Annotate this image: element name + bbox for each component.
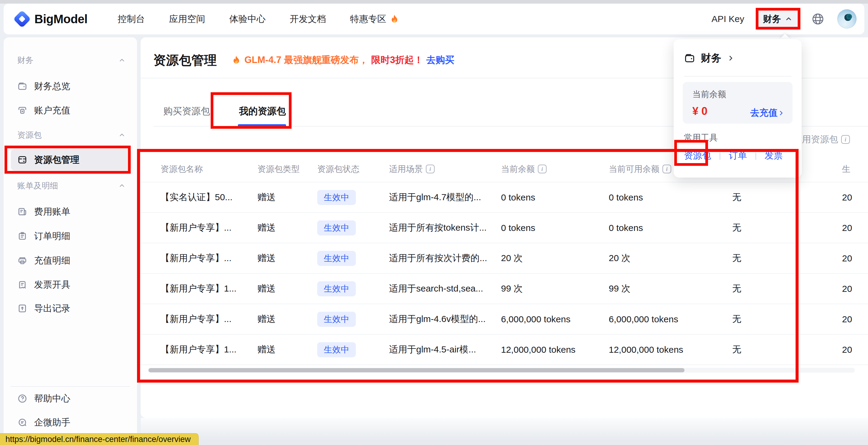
- cell-pack-name: 【新用户专享】...: [161, 243, 231, 273]
- flame-icon: [389, 14, 400, 24]
- nav-finance-button[interactable]: 财务: [757, 9, 799, 29]
- filter-available-packs-label[interactable]: 用资源包 i: [802, 133, 850, 146]
- cell-pack-name: 【新用户专享】...: [161, 304, 231, 334]
- sidebar-item-invoice[interactable]: 发票开具: [11, 274, 132, 296]
- tool-link-resource-pack[interactable]: 资源包: [684, 149, 711, 162]
- cell-available: 6,000,000 tokens: [609, 304, 678, 334]
- sidebar-item-finance-overview[interactable]: 财务总览: [11, 75, 132, 97]
- nav-promo-zone[interactable]: 特惠专区: [350, 13, 400, 25]
- table-row: 【新用户专享】... 赠送 生效中 适用于所有按次计费的... 20 次 20 …: [141, 243, 868, 274]
- chevron-up-icon: [785, 15, 793, 23]
- horizontal-scrollbar-track[interactable]: [148, 368, 855, 373]
- nav-promo-label: 特惠专区: [350, 13, 386, 25]
- sidebar-group-resource-pack[interactable]: 资源包: [17, 130, 126, 140]
- sidebar-item-label: 账户充值: [34, 104, 70, 117]
- balance-card: 当前余额 ¥ 0 去充值: [683, 82, 793, 124]
- sidebar-item-label: 资源包管理: [34, 154, 80, 166]
- dropdown-finance-header[interactable]: 财务: [684, 51, 735, 65]
- sidebar-item-account-recharge[interactable]: 资源包管理 账户充值: [11, 100, 132, 121]
- cell-pack-type: 赠送: [257, 335, 276, 365]
- cell-pack-name: 【新用户专享】...: [161, 213, 231, 243]
- balance-value: ¥ 0: [692, 105, 707, 117]
- cell-available: 0 tokens: [609, 213, 643, 243]
- cell-available: 12,000,000 tokens: [609, 335, 683, 365]
- tab-my-resource-pack[interactable]: 我的资源包: [239, 105, 286, 117]
- info-icon[interactable]: i: [662, 165, 671, 173]
- status-badge: 生效中: [317, 220, 356, 236]
- cell-start-time: 20: [842, 335, 852, 365]
- sidebar-item-expense-bill[interactable]: 费用账单: [11, 201, 132, 222]
- chevron-up-icon: [118, 132, 126, 139]
- sidebar-group-label: 财务: [17, 55, 33, 66]
- cell-balance: 12,000,000 tokens: [501, 335, 576, 365]
- invoice-icon: [17, 279, 28, 290]
- nav-api-key[interactable]: API Key: [712, 14, 744, 24]
- promo-deal-text: 限时3折起！: [371, 54, 423, 66]
- cell-balance: 0 tokens: [501, 213, 535, 243]
- cell-quota: 无: [732, 182, 741, 212]
- cell-pack-type: 赠送: [257, 243, 276, 273]
- info-icon[interactable]: i: [426, 165, 435, 173]
- dropdown-title: 财务: [701, 51, 721, 65]
- cell-quota: 无: [732, 335, 741, 365]
- sidebar-item-help-center[interactable]: 帮助中心: [11, 388, 132, 409]
- promo-buy-link[interactable]: 去购买: [426, 54, 454, 66]
- cell-available: 99 次: [609, 274, 630, 304]
- tool-link-orders[interactable]: 订单: [729, 149, 747, 162]
- sidebar-item-order-details[interactable]: 订单明细: [11, 225, 132, 247]
- cell-pack-type: 赠送: [257, 213, 276, 243]
- cell-quota: 无: [732, 213, 741, 243]
- column-header-balance: 当前余额i: [501, 156, 547, 182]
- finance-dropdown: 财务 当前余额 ¥ 0 去充值 常用工具 资源包 | 订单 | 发票: [674, 39, 802, 178]
- promo-banner: GLM-4.7 最强旗舰重磅发布， 限时3折起！ 去购买: [231, 54, 454, 66]
- cell-quota: 无: [732, 304, 741, 334]
- package-icon: [17, 155, 28, 165]
- horizontal-scrollbar-thumb[interactable]: [149, 368, 684, 372]
- sidebar-item-export-records[interactable]: 导出记录: [11, 298, 132, 319]
- flame-icon: [231, 55, 242, 65]
- page: BigModel 控制台 应用空间 体验中心 开发文档 特惠专区 API Key…: [0, 0, 868, 445]
- brand-logo[interactable]: BigModel: [14, 11, 88, 27]
- top-navbar: BigModel 控制台 应用空间 体验中心 开发文档 特惠专区 API Key…: [4, 4, 864, 34]
- globe-icon[interactable]: [811, 12, 825, 26]
- cell-start-time: 20: [842, 304, 852, 334]
- nav-experience-center[interactable]: 体验中心: [229, 13, 266, 25]
- main-nav: 控制台 应用空间 体验中心 开发文档 特惠专区: [118, 13, 400, 25]
- cell-pack-name: 【新用户专享】1...: [161, 274, 237, 304]
- chevron-right-icon: [727, 54, 735, 62]
- sidebar-item-wechat-assistant[interactable]: 企微助手: [11, 412, 132, 433]
- cell-pack-name: 【新用户专享】1...: [161, 335, 237, 365]
- cell-pack-status: 生效中: [317, 213, 356, 243]
- cell-balance: 99 次: [501, 274, 523, 304]
- avatar[interactable]: [837, 9, 857, 29]
- column-header-start-time: 生: [842, 156, 850, 182]
- info-icon[interactable]: i: [841, 135, 850, 144]
- bigmodel-logo-icon: [14, 11, 30, 27]
- table-row: 【实名认证】50... 赠送 生效中 适用于glm-4.7模型的... 0 to…: [141, 182, 868, 213]
- cell-pack-type: 赠送: [257, 304, 276, 334]
- export-icon: [17, 303, 28, 313]
- cell-pack-status: 生效中: [317, 243, 356, 273]
- cell-pack-status: 生效中: [317, 335, 356, 365]
- sidebar-item-recharge-details[interactable]: 充值明细: [11, 250, 132, 271]
- cell-start-time: 20: [842, 182, 852, 212]
- nav-console[interactable]: 控制台: [118, 13, 145, 25]
- common-tools-label: 常用工具: [684, 132, 718, 143]
- tool-link-invoices[interactable]: 发票: [765, 149, 783, 162]
- tab-buy-resource-pack[interactable]: 购买资源包: [163, 105, 210, 117]
- sidebar-group-bills[interactable]: 账单及明细: [17, 180, 126, 191]
- recharge-link[interactable]: 去充值: [750, 107, 785, 119]
- sidebar: 财务 财务总览 资源包管理 账户充值 资源包 资源包管理 账单及明细 费用账单: [4, 37, 137, 445]
- nav-app-space[interactable]: 应用空间: [169, 13, 205, 25]
- nav-dev-docs[interactable]: 开发文档: [290, 13, 326, 25]
- sidebar-group-finance[interactable]: 财务: [17, 55, 126, 66]
- nav-finance-label: 财务: [763, 13, 781, 25]
- sidebar-item-resource-pack-management[interactable]: 资源包管理: [11, 149, 132, 171]
- sidebar-item-label: 企微助手: [34, 416, 70, 429]
- promo-text: GLM-4.7 最强旗舰重磅发布，: [245, 54, 368, 66]
- sidebar-group-label: 账单及明细: [17, 180, 58, 191]
- info-icon[interactable]: i: [538, 165, 547, 173]
- top-strip: [0, 0, 868, 4]
- recharge-label: 去充值: [750, 107, 777, 119]
- cell-available: 0 tokens: [609, 182, 643, 212]
